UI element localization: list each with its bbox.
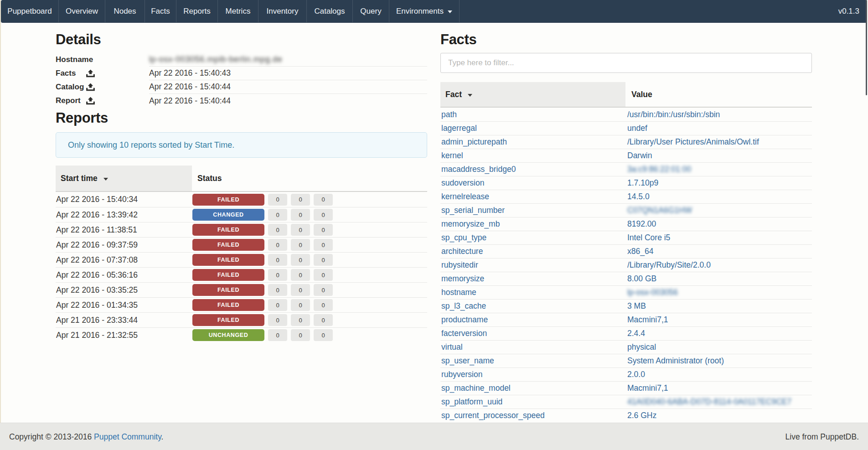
fact-name-link[interactable]: virtual <box>441 342 463 352</box>
fact-name-link[interactable]: path <box>441 110 457 119</box>
fact-name-link[interactable]: memorysize <box>441 274 484 284</box>
fact-name-link[interactable]: macaddress_bridge0 <box>441 165 516 174</box>
fact-value[interactable]: x86_64 <box>627 247 653 256</box>
fact-name-link[interactable]: hostname <box>441 288 476 297</box>
scrollbar-thumb[interactable] <box>866 0 867 95</box>
footer-copyright: Copyright © 2013-2016 Puppet Community. <box>9 432 163 450</box>
report-status-cell: FAILED000 <box>192 238 427 252</box>
fact-name-link[interactable]: sp_cpu_type <box>441 233 486 243</box>
fact-name-link[interactable]: sp_platform_uuid <box>441 397 502 407</box>
report-metric-badge: 0 <box>314 209 333 221</box>
facts-filter-input[interactable] <box>440 53 812 73</box>
fact-name-cell: kernelrelease <box>440 190 625 203</box>
fact-name-link[interactable]: architecture <box>441 247 483 256</box>
fact-name-link[interactable]: sp_current_processor_speed <box>441 411 545 420</box>
column-header-start-time[interactable]: Start time <box>56 166 192 191</box>
report-status-label[interactable]: FAILED <box>192 269 264 281</box>
fact-name-link[interactable]: sudoversion <box>441 178 484 188</box>
report-status-label[interactable]: FAILED <box>192 299 264 311</box>
report-status-label[interactable]: FAILED <box>192 194 264 206</box>
fact-value-cell: 41A0D040-6ABA-D07D-8114-0A0117EC9CE7 <box>625 395 812 409</box>
fact-name-link[interactable]: admin_picturepath <box>441 137 507 147</box>
report-metric-badge: 0 <box>291 284 310 296</box>
fact-value[interactable]: System Administrator (root) <box>627 356 724 366</box>
fact-value[interactable]: 2.4.4 <box>627 329 645 338</box>
fact-name-link[interactable]: facterversion <box>441 329 487 338</box>
fact-value-redacted[interactable]: C07QN1A6G1HW <box>627 206 692 215</box>
nav-item-label: Inventory <box>267 7 299 16</box>
report-metric-badge: 0 <box>314 254 333 266</box>
navbar-brand[interactable]: Puppetboard <box>1 0 59 22</box>
fact-name-link[interactable]: sp_serial_number <box>441 206 505 215</box>
nav-item-nodes[interactable]: Nodes <box>105 0 145 22</box>
fact-value-redacted[interactable]: 41A0D040-6ABA-D07D-8114-0A0117EC9CE7 <box>627 397 791 407</box>
report-metric-badge: 0 <box>268 224 287 236</box>
fact-name-link[interactable]: productname <box>441 315 488 325</box>
column-header-value[interactable]: Value <box>625 82 812 107</box>
fact-value[interactable]: 2.6 GHz <box>627 411 656 420</box>
fact-name-link[interactable]: sp_user_name <box>441 356 494 366</box>
upload-catalog-icon[interactable] <box>86 83 95 91</box>
fact-name-link[interactable]: memorysize_mb <box>441 219 500 229</box>
nav-item-metrics[interactable]: Metrics <box>218 0 258 22</box>
nav-item-catalogs[interactable]: Catalogs <box>307 0 353 22</box>
report-status-cell: FAILED000 <box>192 192 427 207</box>
fact-value[interactable]: Darwin <box>627 151 652 160</box>
fact-name-link[interactable]: kernel <box>441 151 463 160</box>
fact-value[interactable]: physical <box>627 342 656 352</box>
facts-heading: Facts <box>440 32 812 47</box>
fact-name-link[interactable]: lagerregal <box>441 124 477 133</box>
nav-item-facts[interactable]: Facts <box>145 0 176 22</box>
fact-value[interactable]: Macmini7,1 <box>627 315 668 325</box>
nav-item-query[interactable]: Query <box>353 0 389 22</box>
fact-name-cell: sp_l3_cache <box>440 300 625 313</box>
fact-name-link[interactable]: rubyversion <box>441 370 482 379</box>
report-start-cell: Apr 21 2016 - 23:33:44 <box>56 313 192 327</box>
report-status-label[interactable]: FAILED <box>192 254 264 266</box>
fact-value[interactable]: 8192.00 <box>627 219 656 229</box>
nav-item-inventory[interactable]: Inventory <box>258 0 307 22</box>
upload-facts-icon[interactable] <box>86 70 95 78</box>
nav-item-environments-dropdown[interactable]: Environments <box>389 0 460 22</box>
fact-value[interactable]: 3 MB <box>627 301 646 311</box>
fact-value-redacted[interactable]: lp-osx-003056 <box>627 288 678 297</box>
nav-item-overview[interactable]: Overview <box>59 0 105 22</box>
fact-value[interactable]: 1.7.10p9 <box>627 178 658 188</box>
fact-value[interactable]: Intel Core i5 <box>627 233 670 243</box>
nav-item-reports[interactable]: Reports <box>176 0 218 22</box>
upload-report-icon[interactable] <box>86 97 95 105</box>
fact-value[interactable]: /usr/bin:/bin:/usr/sbin:/sbin <box>627 110 720 119</box>
report-status-label[interactable]: CHANGED <box>192 209 264 221</box>
column-header-status[interactable]: Status <box>192 166 427 191</box>
fact-value[interactable]: /Library/User Pictures/Animals/Owl.tif <box>627 137 759 147</box>
puppet-community-link[interactable]: Puppet Community <box>94 432 161 441</box>
column-header-fact[interactable]: Fact <box>440 82 625 107</box>
details-row-hostname: Hostnamelp-osx-003056.mpib-berlin.mpg.de <box>56 53 427 67</box>
report-metric-badge: 0 <box>291 239 310 251</box>
fact-value[interactable]: Macmini7,1 <box>627 383 668 393</box>
report-metric-badge: 0 <box>291 329 310 341</box>
report-metric-badge: 0 <box>314 299 333 311</box>
fact-name-link[interactable]: kernelrelease <box>441 192 489 202</box>
fact-value[interactable]: undef <box>627 124 647 133</box>
report-status-label[interactable]: FAILED <box>192 239 264 251</box>
report-status-label[interactable]: UNCHANGED <box>192 329 264 341</box>
fact-row: architecturex86_64 <box>440 244 812 258</box>
fact-value-cell: undef <box>625 122 812 135</box>
fact-value[interactable]: 2.0.0 <box>627 370 645 379</box>
fact-value[interactable]: /Library/Ruby/Site/2.0.0 <box>627 260 711 270</box>
fact-name-link[interactable]: rubysitedir <box>441 260 478 270</box>
fact-name-link[interactable]: sp_machine_model <box>441 383 511 393</box>
report-status-label[interactable]: FAILED <box>192 284 264 296</box>
fact-value[interactable]: 8.00 GB <box>627 274 656 284</box>
window-edge <box>0 0 1 450</box>
fact-row: hostnamelp-osx-003056 <box>440 285 812 299</box>
fact-row: lagerregalundef <box>440 121 812 135</box>
report-status-label[interactable]: FAILED <box>192 224 264 236</box>
report-start-time: Apr 22 2016 - 05:36:16 <box>56 270 138 280</box>
fact-value-redacted[interactable]: 3a:c9:86:22:01:00 <box>627 165 691 174</box>
fact-value[interactable]: 14.5.0 <box>627 192 650 202</box>
fact-row: macaddress_bridge03a:c9:86:22:01:00 <box>440 162 812 176</box>
fact-name-link[interactable]: sp_l3_cache <box>441 301 486 311</box>
report-status-label[interactable]: FAILED <box>192 314 264 326</box>
